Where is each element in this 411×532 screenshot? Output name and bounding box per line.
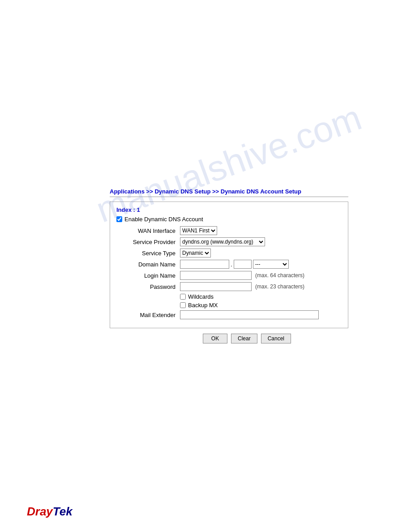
enable-row: Enable Dynamic DNS Account <box>116 216 342 223</box>
wan-interface-row: WAN Interface WAN1 First WAN2 First <box>116 226 342 235</box>
buttons-row: OK Clear Cancel <box>110 334 384 343</box>
backup-mx-label: Backup MX <box>188 302 218 309</box>
backup-mx-checkbox[interactable] <box>180 302 186 308</box>
login-name-label: Login Name <box>122 272 180 279</box>
domain-name-field: . --- <box>180 260 289 269</box>
enable-ddns-label: Enable Dynamic DNS Account <box>124 216 203 223</box>
form-container: Index : 1 Enable Dynamic DNS Account WAN… <box>110 202 348 328</box>
domain-name-select[interactable]: --- <box>253 260 289 269</box>
password-label: Password <box>122 283 180 290</box>
login-name-row: Login Name (max. 64 characters) <box>116 271 342 280</box>
service-provider-field: dyndns.org (www.dyndns.org) <box>180 237 265 246</box>
service-provider-label: Service Provider <box>122 239 180 245</box>
logo-tek: Tek <box>53 505 73 518</box>
wan-interface-field: WAN1 First WAN2 First <box>180 226 217 235</box>
password-field: (max. 23 characters) <box>180 282 304 291</box>
login-name-input[interactable] <box>180 271 252 280</box>
service-type-row: Service Type Dynamic Static Custom <box>116 249 342 257</box>
mail-extender-field <box>180 310 319 319</box>
cancel-button[interactable]: Cancel <box>261 334 291 343</box>
mail-extender-row: Mail Extender <box>116 310 342 319</box>
password-hint: (max. 23 characters) <box>255 283 304 290</box>
service-provider-select[interactable]: dyndns.org (www.dyndns.org) <box>180 237 265 246</box>
wildcards-checkbox[interactable] <box>180 294 186 300</box>
domain-name-input2[interactable] <box>234 260 252 269</box>
domain-name-input1[interactable] <box>180 260 229 269</box>
login-name-hint: (max. 64 characters) <box>255 272 304 279</box>
breadcrumb: Applications >> Dynamic DNS Setup >> Dyn… <box>110 188 301 195</box>
password-input[interactable] <box>180 282 252 291</box>
enable-ddns-checkbox[interactable] <box>116 216 122 222</box>
service-type-field: Dynamic Static Custom <box>180 249 211 257</box>
index-label: Index : 1 <box>116 206 342 213</box>
mail-extender-label: Mail Extender <box>122 312 180 318</box>
wildcards-row: Wildcards <box>116 293 342 300</box>
logo-area: DrayTek <box>27 505 73 519</box>
mail-extender-input[interactable] <box>180 310 319 319</box>
domain-name-label: Domain Name <box>122 261 180 268</box>
password-row: Password (max. 23 characters) <box>116 282 342 291</box>
wildcards-label: Wildcards <box>188 293 214 300</box>
clear-button[interactable]: Clear <box>231 334 257 343</box>
breadcrumb-divider <box>110 197 348 197</box>
service-type-label: Service Type <box>122 250 180 257</box>
service-type-select[interactable]: Dynamic Static Custom <box>180 249 211 257</box>
logo-dray: Dray <box>27 505 53 518</box>
backup-mx-row: Backup MX <box>116 302 342 309</box>
domain-name-row: Domain Name . --- <box>116 260 342 269</box>
domain-dot: . <box>231 261 232 268</box>
login-name-field: (max. 64 characters) <box>180 271 304 280</box>
service-provider-row: Service Provider dyndns.org (www.dyndns.… <box>116 237 342 246</box>
wan-interface-label: WAN Interface <box>122 227 180 234</box>
wan-interface-select[interactable]: WAN1 First WAN2 First <box>180 226 217 235</box>
ok-button[interactable]: OK <box>203 334 227 343</box>
